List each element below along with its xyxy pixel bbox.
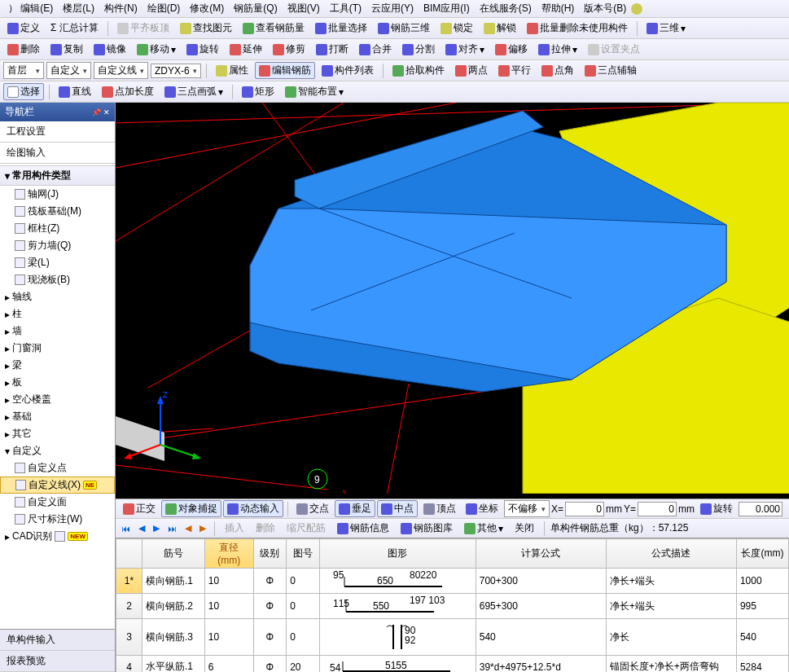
offset-mode-dropdown[interactable]: 不偏移: [504, 500, 550, 517]
x-input[interactable]: [565, 502, 604, 516]
tree-item-wall[interactable]: 剪力墙(Q): [0, 237, 115, 254]
tree-grp[interactable]: ▸板: [0, 374, 115, 391]
vertex-toggle[interactable]: 顶点: [419, 500, 460, 517]
rebar-grid[interactable]: 筋号 直径(mm) 级别 图号 图形 计算公式 公式描述 长度(mm) 1*横向…: [116, 538, 789, 672]
tree-grp[interactable]: ▸门窗洞: [0, 340, 115, 357]
define-button[interactable]: 定义: [3, 20, 44, 37]
nav-next[interactable]: ▶: [151, 523, 162, 534]
col-jin[interactable]: 筋号: [142, 539, 205, 569]
col-formula[interactable]: 计算公式: [476, 539, 606, 569]
cell-dia[interactable]: 10: [204, 619, 253, 656]
comp-list-button[interactable]: 构件列表: [318, 62, 378, 79]
coord-toggle[interactable]: 坐标: [462, 500, 502, 517]
row-header[interactable]: 4: [116, 656, 142, 673]
cell-shape[interactable]: 9092: [319, 619, 476, 656]
nav-first[interactable]: ⏮: [119, 524, 133, 534]
pt-len-button[interactable]: 点加长度: [98, 83, 158, 100]
3d-dropdown[interactable]: 三维 ▾: [642, 20, 690, 37]
rect-button[interactable]: 矩形: [238, 83, 278, 100]
batch-delete-button[interactable]: 批量删除未使用构件: [523, 20, 632, 37]
three-pt-button[interactable]: 三点辅轴: [581, 62, 641, 79]
menu-item[interactable]: 帮助(H): [537, 0, 580, 17]
col-shape[interactable]: 图形: [319, 539, 476, 569]
nav-prev[interactable]: ◀: [136, 523, 147, 534]
viewport-3d[interactable]: z 9: [116, 103, 789, 499]
select-button[interactable]: 选择: [3, 83, 44, 100]
split-button[interactable]: 分割: [398, 41, 439, 58]
pick-button[interactable]: 拾取构件: [388, 62, 449, 79]
other-dropdown[interactable]: 其他 ▾: [460, 520, 507, 537]
cell-desc[interactable]: 锚固长度+净长+两倍弯钩: [606, 656, 736, 673]
row-header[interactable]: 1*: [116, 569, 142, 594]
extend-button[interactable]: 延伸: [226, 41, 266, 58]
rebar3d-button[interactable]: 钢筋三维: [374, 20, 434, 37]
tree-grp[interactable]: ▸墙: [0, 323, 115, 340]
col-level[interactable]: 级别: [253, 539, 287, 569]
tree-item-col[interactable]: 框柱(Z): [0, 220, 115, 237]
tree-item-raft[interactable]: 筏板基础(M): [0, 203, 115, 220]
parallel-button[interactable]: 平行: [494, 62, 535, 79]
offset-button[interactable]: 偏移: [491, 41, 532, 58]
tab-draw[interactable]: 绘图输入: [0, 143, 115, 164]
tree-item-axis[interactable]: 轴网(J): [0, 186, 115, 203]
two-pt-button[interactable]: 两点: [451, 62, 492, 79]
nav-left[interactable]: ◀: [182, 523, 194, 534]
rotate-button[interactable]: 旋转: [182, 41, 223, 58]
cell-jin[interactable]: 水平纵筋.1: [142, 656, 205, 673]
menu-item[interactable]: 工具(T): [325, 0, 366, 17]
menu-item[interactable]: 构件(N): [99, 0, 142, 17]
cell-level[interactable]: Φ: [253, 594, 287, 619]
summary-button[interactable]: Σ 汇总计算: [46, 20, 103, 37]
nav-right[interactable]: ▶: [197, 523, 208, 534]
rebar-info-button[interactable]: 钢筋信息: [333, 520, 393, 537]
menu-item[interactable]: 楼层(L): [58, 0, 99, 17]
pt-angle-button[interactable]: 点角: [537, 62, 578, 79]
menu-item[interactable]: 版本号(B): [579, 0, 631, 17]
menu-item[interactable]: 钢筋量(Q): [229, 0, 282, 17]
trim-button[interactable]: 修剪: [269, 41, 309, 58]
table-row[interactable]: 4水平纵筋.16Φ2054515539*d+4975+12.5*d锚固长度+净长…: [116, 656, 789, 673]
cell-jin[interactable]: 横向钢筋.1: [142, 569, 205, 594]
cell-level[interactable]: Φ: [253, 619, 287, 656]
stretch-button[interactable]: 拉伸 ▾: [534, 41, 581, 58]
menu-item[interactable]: BIM应用(I): [419, 0, 475, 17]
merge-button[interactable]: 合并: [355, 41, 396, 58]
cell-shape[interactable]: 545155: [319, 656, 476, 673]
delete-row-button[interactable]: 删除: [252, 520, 279, 537]
tree-grp[interactable]: ▸其它: [0, 425, 115, 442]
insert-button[interactable]: 插入: [221, 520, 248, 537]
cell-formula[interactable]: 695+300: [476, 594, 606, 619]
col-desc[interactable]: 公式描述: [606, 539, 736, 569]
table-row[interactable]: 3横向钢筋.310Φ09092540净长540: [116, 619, 789, 656]
scale-button[interactable]: 缩尺配筋: [283, 520, 330, 537]
cell-tu[interactable]: 0: [287, 619, 320, 656]
rebar-lib-button[interactable]: 钢筋图库: [397, 520, 457, 537]
inst-dropdown[interactable]: ZDYX-6: [151, 64, 201, 78]
batch-select-button[interactable]: 批量选择: [311, 20, 371, 37]
pingqi-button[interactable]: 平齐板顶: [113, 20, 173, 37]
cell-len[interactable]: 540: [736, 619, 788, 656]
tree-grp[interactable]: ▾自定义: [0, 442, 115, 459]
lock-button[interactable]: 锁定: [436, 20, 477, 37]
cell-len[interactable]: 995: [736, 594, 788, 619]
mid-toggle[interactable]: 中点: [377, 500, 418, 517]
align-button[interactable]: 对齐 ▾: [441, 41, 489, 58]
dyninput-toggle[interactable]: 动态输入: [223, 500, 283, 517]
cell-shape[interactable]: 115550197 103: [319, 594, 476, 619]
unlock-button[interactable]: 解锁: [480, 20, 520, 37]
delete-button[interactable]: 删除: [3, 41, 44, 58]
tab-project[interactable]: 工程设置: [0, 121, 115, 143]
menu-item[interactable]: 在线服务(S): [475, 0, 537, 17]
mirror-button[interactable]: 镜像: [90, 41, 130, 58]
ortho-toggle[interactable]: 正交: [119, 500, 160, 517]
cell-tu[interactable]: 20: [287, 656, 320, 673]
tree-grp[interactable]: ▸轴线: [0, 288, 115, 305]
tree-item-cad[interactable]: ▸CAD识别NEW: [0, 528, 115, 545]
move-button[interactable]: 移动 ▾: [133, 41, 180, 58]
tree-item-dim[interactable]: 尺寸标注(W): [0, 511, 115, 528]
col-len[interactable]: 长度(mm): [736, 539, 788, 569]
tree-item-slab[interactable]: 现浇板(B): [0, 271, 115, 288]
table-row[interactable]: 2横向钢筋.210Φ0115550197 103695+300净长+端头995: [116, 594, 789, 619]
cell-desc[interactable]: 净长+端头: [606, 594, 736, 619]
row-header[interactable]: 2: [116, 594, 142, 619]
